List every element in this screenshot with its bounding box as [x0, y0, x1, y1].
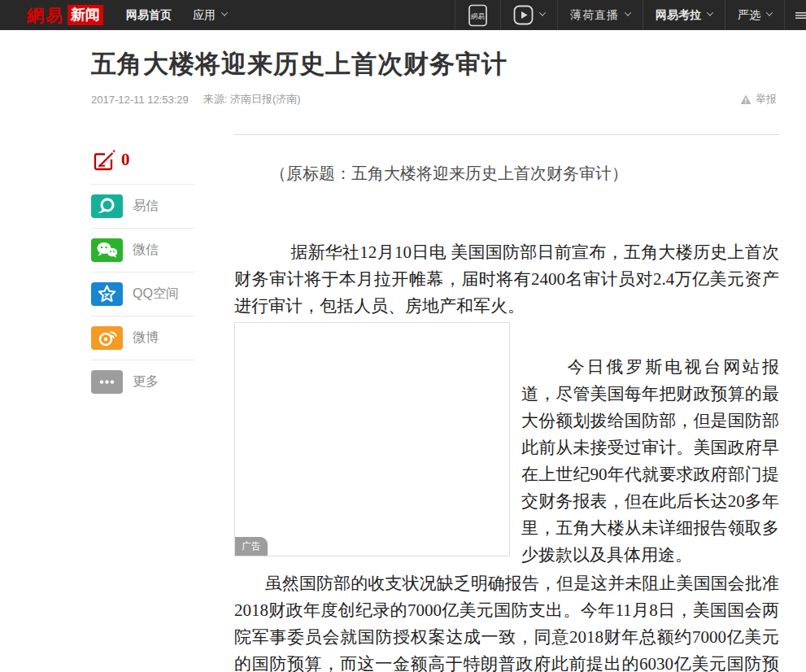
article-meta: 2017-12-11 12:53:29 来源: 济南日报(济南) 举报 — [91, 92, 777, 107]
hamburger-menu-icon — [795, 8, 806, 23]
nav-app-menu[interactable]: 应用 — [193, 8, 227, 23]
source: 来源: 济南日报(济南) — [203, 92, 301, 107]
share-label: QQ空间 — [133, 286, 179, 303]
svg-text:網易: 網易 — [470, 11, 485, 20]
chevron-down-icon — [766, 9, 773, 15]
comment-entry-button[interactable]: 0 — [91, 149, 194, 184]
source-name-link[interactable]: 济南日报(济南) — [230, 93, 301, 105]
share-weibo-button[interactable]: 微博 — [91, 316, 194, 360]
warning-triangle-icon — [740, 94, 752, 105]
divider — [234, 134, 779, 135]
share-yixin-button[interactable]: 易信 — [91, 184, 194, 228]
paragraph-1: 据新华社12月10日电 美国国防部日前宣布，五角大楼历史上首次财务审计将于本月拉… — [234, 239, 779, 320]
yixin-icon — [91, 194, 123, 218]
weibo-icon — [91, 326, 123, 350]
share-label: 更多 — [133, 373, 159, 391]
nav-video-menu[interactable] — [500, 0, 557, 30]
more-dots-icon — [91, 370, 123, 394]
logo-news-text: 新闻 — [68, 5, 103, 25]
share-label: 微博 — [133, 329, 159, 347]
phone-icon: 網易 — [468, 4, 488, 27]
netease-news-logo[interactable]: 網易 新闻 — [27, 4, 103, 27]
nav-home-link[interactable]: 网易首页 — [126, 8, 172, 23]
nav-more-menu-button[interactable] — [784, 0, 806, 30]
chevron-down-icon — [625, 9, 631, 15]
share-qzone-button[interactable]: QQ空间 — [91, 272, 194, 316]
wechat-icon — [91, 238, 123, 262]
paragraph-3: 虽然国防部的收支状况缺乏明确报告，但是这并未阻止美国国会批准2018财政年度创纪… — [234, 570, 779, 672]
top-navbar: 網易 新闻 网易首页 应用 網易 薄荷直播 — [0, 0, 806, 30]
share-label: 微信 — [133, 242, 159, 259]
page-title: 五角大楼将迎来历史上首次财务审计 — [91, 47, 777, 81]
nav-mobile-app-button[interactable]: 網易 — [455, 0, 500, 30]
original-title: （原标题：五角大楼将迎来历史上首次财务审计） — [234, 161, 779, 185]
qzone-star-icon — [91, 282, 123, 306]
ad-placeholder[interactable]: 广告 — [234, 322, 510, 556]
article-body: （原标题：五角大楼将迎来历史上首次财务审计） 据新华社12月10日电 美国国防部… — [234, 134, 779, 672]
comment-count: 0 — [121, 149, 130, 170]
share-wechat-button[interactable]: 微信 — [91, 228, 194, 272]
source-label: 来源: — [203, 93, 228, 105]
share-more-button[interactable]: 更多 — [91, 360, 194, 404]
share-label: 易信 — [133, 198, 159, 215]
comment-pen-icon — [91, 149, 115, 173]
play-video-icon — [513, 5, 534, 25]
ad-label: 广告 — [235, 537, 268, 556]
report-button[interactable]: 举报 — [740, 92, 777, 107]
nav-yanxuan-menu[interactable]: 严选 — [725, 0, 784, 30]
nav-bohe-live-menu[interactable]: 薄荷直播 — [557, 0, 643, 30]
nav-kaola-menu[interactable]: 网易考拉 — [643, 0, 725, 30]
logo-netease-text: 網易 — [27, 4, 64, 27]
chevron-down-icon — [221, 9, 228, 15]
chevron-down-icon — [539, 9, 546, 15]
share-sidebar: 0 易信 微信 — [91, 149, 194, 404]
publish-date: 2017-12-11 12:53:29 — [91, 94, 189, 106]
chevron-down-icon — [707, 9, 713, 15]
